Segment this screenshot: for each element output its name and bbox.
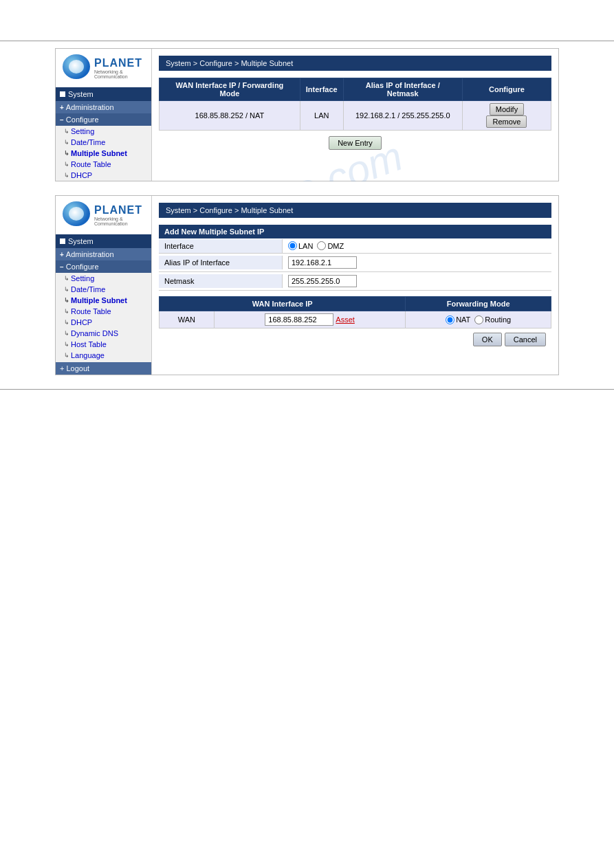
alias-field — [283, 254, 551, 271]
logo-sub1: Networking & Communication — [94, 69, 144, 79]
sidebar2-item-setting[interactable]: ↳ Setting — [56, 273, 151, 284]
radio-lan[interactable] — [288, 241, 297, 250]
sidebar2-item-language[interactable]: ↳ Language — [56, 350, 151, 361]
interface-radio-group: LAN DMZ — [288, 241, 546, 250]
sidebar1-item-dhcp[interactable]: ↳ DHCP — [56, 170, 151, 181]
sidebar2: PLANET Networking & Communication System… — [56, 196, 152, 375]
arrow-icon1c: ↳ — [64, 150, 69, 157]
logo-sub2: Networking & Communication — [94, 216, 144, 226]
sidebar2-item-datetime[interactable]: ↳ Date/Time — [56, 284, 151, 295]
section1-container: PLANET Networking & Communication System… — [55, 48, 559, 181]
arrow-icon1b: ↳ — [64, 139, 69, 146]
logout-bar[interactable]: + Logout — [56, 362, 151, 375]
dmz-label: DMZ — [327, 242, 344, 250]
netmask-field — [283, 272, 551, 290]
radio-nat-label[interactable]: NAT — [446, 315, 470, 324]
interface-label: Interface — [159, 239, 283, 253]
arrow-icon1d: ↳ — [64, 161, 69, 168]
remove-button[interactable]: Remove — [486, 115, 527, 128]
radio-lan-label[interactable]: LAN — [288, 241, 313, 250]
sidebar2-item-routetable[interactable]: ↳ Route Table — [56, 306, 151, 317]
lan-label: LAN — [298, 242, 313, 250]
logo-brand2: PLANET — [94, 204, 144, 216]
logo1: PLANET Networking & Communication — [56, 49, 151, 87]
interface-field: LAN DMZ — [283, 238, 551, 253]
sidebar1-configure[interactable]: − Configure — [56, 113, 151, 126]
radio-routing-label[interactable]: Routing — [474, 315, 511, 324]
admin-plus-icon1: + — [60, 104, 64, 111]
asset-button[interactable]: Asset — [336, 315, 355, 324]
form-row-alias: Alias IP of Interface — [159, 254, 551, 272]
arrow-icon2a: ↳ — [64, 275, 69, 282]
arrow-icon2d: ↳ — [64, 308, 69, 315]
sidebar2-configure[interactable]: − Configure — [56, 260, 151, 273]
configure-minus-icon1: − — [60, 116, 64, 124]
radio-dmz-label[interactable]: DMZ — [317, 241, 344, 250]
system-icon1 — [60, 91, 65, 97]
sidebar2-admin[interactable]: + Administration — [56, 248, 151, 260]
main-content2: System > Configure > Multiple Subnet Add… — [152, 196, 558, 375]
wan-table-row: WAN Asset NAT — [160, 311, 551, 329]
arrow-icon2g: ↳ — [64, 341, 69, 348]
cancel-button[interactable]: Cancel — [505, 333, 546, 346]
wan-row-label: WAN — [160, 311, 215, 329]
form-row-interface: Interface LAN DMZ — [159, 238, 551, 254]
logo2: PLANET Networking & Communication — [56, 196, 151, 234]
nav-header2: System > Configure > Multiple Subnet — [159, 203, 551, 218]
section2-container: PLANET Networking & Communication System… — [55, 195, 559, 375]
bottom-bar — [0, 389, 614, 416]
alias-label: Alias IP of Interface — [159, 256, 283, 269]
configure-minus-icon2: − — [60, 263, 64, 271]
nat-label: NAT — [456, 315, 470, 324]
sidebar2-admin-label: Administration — [66, 250, 114, 258]
modify-button[interactable]: Modify — [490, 103, 524, 115]
logout-icon: + — [60, 364, 64, 372]
logout-label: Logout — [66, 364, 89, 372]
cell-wan-ip: 168.85.88.252 / NAT — [160, 101, 300, 131]
netmask-label: Netmask — [159, 274, 283, 288]
cell-interface: LAN — [300, 101, 343, 131]
sidebar2-configure-label: Configure — [66, 263, 99, 271]
sidebar1-admin-label: Administration — [66, 103, 114, 111]
system-icon2 — [60, 238, 65, 244]
radio-nat[interactable] — [446, 315, 454, 324]
alias-input[interactable] — [288, 256, 357, 269]
sidebar2-item-hosttable[interactable]: ↳ Host Table — [56, 339, 151, 350]
col-interface: Interface — [300, 78, 343, 101]
sidebar2-item-dhcp[interactable]: ↳ DHCP — [56, 317, 151, 328]
arrow-icon2b: ↳ — [64, 286, 69, 293]
sidebar1-system-header[interactable]: System — [56, 87, 151, 101]
col-alias-ip: Alias IP of Interface / Netmask — [343, 78, 462, 101]
new-entry-button[interactable]: New Entry — [329, 136, 382, 150]
sidebar1-admin[interactable]: + Administration — [56, 101, 151, 113]
col-wan-ip: WAN Interface IP / Forwarding Mode — [160, 78, 300, 101]
sidebar2-item-dynamicdns[interactable]: ↳ Dynamic DNS — [56, 328, 151, 339]
sidebar2-item-multiplesubnet[interactable]: ↳ Multiple Subnet — [56, 295, 151, 306]
col-configure: Configure — [462, 78, 551, 101]
netmask-input[interactable] — [288, 275, 357, 287]
wan-interface-table: WAN Interface IP Forwarding Mode WAN Ass… — [159, 296, 551, 329]
radio-routing[interactable] — [474, 315, 483, 324]
sidebar1-item-datetime[interactable]: ↳ Date/Time — [56, 137, 151, 148]
form-row-netmask: Netmask — [159, 272, 551, 291]
sidebar1-item-routetable[interactable]: ↳ Route Table — [56, 159, 151, 170]
subnet-table: WAN Interface IP / Forwarding Mode Inter… — [159, 78, 551, 131]
form-buttons: OK Cancel — [159, 329, 551, 350]
wan-ip-input[interactable] — [265, 313, 333, 326]
table-row: 168.85.88.252 / NAT LAN 192.168.2.1 / 25… — [160, 101, 551, 131]
sidebar1: PLANET Networking & Communication System… — [56, 49, 152, 181]
routing-label: Routing — [485, 315, 511, 324]
wan-row-ip-cell: Asset — [214, 311, 406, 329]
wan-ip-header: WAN Interface IP — [160, 297, 406, 311]
sidebar1-item-multiplesubnet[interactable]: ↳ Multiple Subnet — [56, 148, 151, 159]
radio-dmz[interactable] — [317, 241, 326, 250]
sidebar1-item-setting[interactable]: ↳ Setting — [56, 126, 151, 137]
arrow-icon1e: ↳ — [64, 172, 69, 179]
sidebar1-configure-label: Configure — [66, 115, 99, 124]
arrow-icon1a: ↳ — [64, 128, 69, 135]
arrow-icon2h: ↳ — [64, 352, 69, 359]
sidebar2-system-header[interactable]: System — [56, 234, 151, 248]
arrow-icon2f: ↳ — [64, 330, 69, 337]
ok-button[interactable]: OK — [473, 333, 502, 346]
admin-plus-icon2: + — [60, 251, 64, 258]
